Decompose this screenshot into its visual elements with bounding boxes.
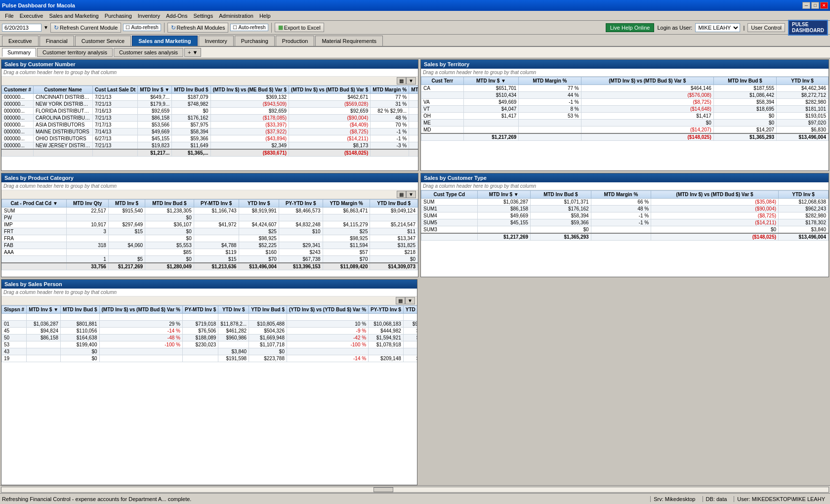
col-sp-ytd-bud[interactable]: YTD Inv Bud $ (249, 306, 287, 314)
minimize-button[interactable]: ─ (802, 2, 810, 9)
table-row: 000000...FLORIDA DISTRIBUTOR...7/16/13$9… (2, 108, 418, 115)
col-mtd-qty[interactable]: MTD Inv Qty (67, 200, 109, 208)
col-sp-mtd[interactable]: MTD Inv $ ▼ (27, 306, 61, 314)
table-row: 50$86,158$164,638-48 %$188,089$960,986$1… (2, 335, 417, 341)
table-row: 000000...OHIO DISTRIBUTORS6/27/13$45,155… (2, 135, 418, 142)
subtab-summary[interactable]: Summary (2, 48, 36, 57)
col-ct-vs-bud[interactable]: (MTD Inv $) vs (MTD Bud $) Var $ (651, 191, 779, 199)
col-ct-bud[interactable]: MTD Inv Bud $ (531, 191, 591, 199)
hscrollbar[interactable] (0, 485, 830, 493)
panel3-table: Cat - Prod Cat Cd ▼ MTD Inv Qty MTD Inv … (1, 199, 418, 270)
menu-executive[interactable]: Executive (17, 12, 46, 20)
maximize-button[interactable]: □ (811, 2, 819, 9)
col-mtd-margin[interactable]: MTD Margin % (371, 86, 409, 94)
tab-financial[interactable]: Financial (40, 36, 74, 46)
panel5-table-wrapper[interactable]: Slspsn # MTD Inv $ ▼ MTD Inv Bud $ (MTD … (1, 305, 417, 362)
table-row: $510,43444 %($576,008)$1,086,442$8,272,7… (421, 92, 829, 99)
close-button[interactable]: ✕ (820, 2, 828, 9)
tab-inventory[interactable]: Inventory (199, 36, 234, 46)
col-ytd-margin3[interactable]: YTD Margin % (323, 200, 370, 208)
export-excel-button[interactable]: ▦ Export to Excel (275, 23, 324, 32)
subtab-sales[interactable]: Customer sales analysis (114, 48, 183, 57)
col-cat[interactable]: Cat - Prod Cat Cd ▼ (2, 200, 67, 208)
col-mtd-bud3[interactable]: MTD Inv Bud $ (145, 200, 194, 208)
col-sp-ytd-margin[interactable]: YTD Margin $ (403, 306, 417, 314)
col-py-ytd3[interactable]: PY-YTD Inv $ (279, 200, 323, 208)
menu-addons[interactable]: Add-Ons (163, 12, 190, 20)
col-ytd-bud3[interactable]: YTD Inv Bud $ (370, 200, 418, 208)
panel1-table-wrapper[interactable]: Customer # Customer Name Cust Last Sale … (1, 85, 418, 157)
col-t-bud[interactable]: MTD Inv Bud $ (713, 77, 776, 85)
col-ct-margin[interactable]: MTD Margin % (591, 191, 651, 199)
menu-sales[interactable]: Sales and Marketing (46, 12, 101, 20)
col-ytd-inv3[interactable]: YTD Inv $ (239, 200, 279, 208)
auto-refresh-2-checkbox[interactable]: ☐ Auto-refresh (230, 24, 268, 31)
subtab-territory[interactable]: Customer territory analysis (37, 48, 113, 57)
table-row: SUM3$0$0$3,840 (421, 226, 829, 234)
panel1-drag-hint: Drag a column header here to group by th… (1, 69, 418, 77)
tab-sales-marketing[interactable]: Sales and Marketing (132, 36, 197, 46)
tab-material-req[interactable]: Material Requirements (315, 36, 383, 46)
panel2-table-wrapper[interactable]: Cust Terr MTD Inv $ ▼ MTD Margin % (MTD … (421, 77, 829, 141)
live-help-button[interactable]: Live Help Online (606, 23, 655, 32)
panel3-grid-btn[interactable]: ▦ (397, 191, 406, 198)
right-spacer (418, 278, 830, 486)
col-ct-mtd[interactable]: MTD Inv $ ▼ (477, 191, 531, 199)
panel5-dropdown-btn[interactable]: ▼ (405, 297, 415, 304)
menu-administration[interactable]: Administration (216, 12, 256, 20)
col-last-sale[interactable]: Cust Last Sale Dt (93, 86, 138, 94)
panel1-dropdown-btn[interactable]: ▼ (406, 77, 416, 84)
menu-settings[interactable]: Settings (190, 12, 216, 20)
panel-customer-type: Sales by Customer Type Drag a column hea… (420, 173, 829, 277)
panel-customer-number-header: Sales by Customer Number (1, 60, 418, 69)
col-sp-bud[interactable]: MTD Inv Bud $ (61, 306, 99, 314)
panel3-dropdown-btn[interactable]: ▼ (406, 191, 416, 198)
tab-purchasing[interactable]: Purchasing (235, 36, 275, 46)
col-mtd-inv[interactable]: MTD Inv $ ▼ (138, 86, 172, 94)
col-cust-num[interactable]: Customer # (2, 86, 34, 94)
col-t-mtd-inv[interactable]: MTD Inv $ ▼ (463, 77, 519, 85)
col-sp-vs-bud[interactable]: (MTD Inv $) vs (MTD Bud $) Var % (99, 306, 182, 314)
col-t-ytd[interactable]: YTD Inv $ (777, 77, 829, 85)
tab-executive[interactable]: Executive (2, 36, 39, 46)
col-terr[interactable]: Cust Terr (421, 77, 464, 85)
user-control-button[interactable]: User Control (747, 23, 785, 32)
col-ct-ytd[interactable]: YTD Inv $ (779, 191, 829, 199)
col-py-mtd[interactable]: PY-MTD Inv $ (194, 200, 239, 208)
col-sp-py-ytd[interactable]: PY-YTD Inv $ (369, 306, 404, 314)
user-select[interactable]: MIKE LEAHY (695, 23, 740, 32)
col-mtd-vs-mtd[interactable]: (MTD Inv $) vs (MTD Bud $) Var $ (289, 86, 371, 94)
menu-file[interactable]: File (2, 12, 17, 20)
col-cust-name[interactable]: Customer Name (34, 86, 93, 94)
col-sp-py-mtd[interactable]: PY-MTD Inv $ (182, 306, 218, 314)
col-mtd-inv2[interactable]: MTD Inv $ (409, 86, 418, 94)
table-row: 1$5$0$15$70$67,738$70$0 (2, 256, 418, 263)
auto-refresh-1-checkbox[interactable]: ☐ Auto-refresh (123, 24, 161, 31)
col-sp-ytd-vs-bud[interactable]: (YTD Inv $) vs (YTD Bud $) Var % (287, 306, 368, 314)
panel3-table-wrapper[interactable]: Cat - Prod Cat Cd ▼ MTD Inv Qty MTD Inv … (1, 199, 418, 270)
col-ct-code[interactable]: Cust Type Cd (421, 191, 478, 199)
col-slspsn[interactable]: Slspsn # (2, 306, 27, 314)
col-sp-ytd[interactable]: YTD Inv $ (218, 306, 249, 314)
col-mtd-vs-me[interactable]: (MTD Inv $) vs (ME Bud $) Var $ (210, 86, 289, 94)
menu-inventory[interactable]: Inventory (135, 12, 163, 20)
menu-purchasing[interactable]: Purchasing (102, 12, 135, 20)
add-tab-button[interactable]: + ▼ (184, 48, 201, 57)
col-mtd-inv3[interactable]: MTD Inv $ (108, 200, 145, 208)
panel5-grid-btn[interactable]: ▦ (396, 297, 405, 304)
tab-customer-service[interactable]: Customer Service (75, 36, 131, 46)
table-row: VT$4,0478 %($14,648)$18,695$181,101 (421, 106, 829, 113)
panel-territory: Sales by Territory Drag a column header … (420, 59, 829, 171)
col-t-margin[interactable]: MTD Margin % (519, 77, 581, 85)
tab-production[interactable]: Production (276, 36, 315, 46)
col-mtd-bud[interactable]: MTD Inv Bud $ (172, 86, 210, 94)
table-row: ME$0$0$97,020 (421, 120, 829, 126)
refresh-all-button[interactable]: ↻ Refresh All Modules (167, 23, 229, 33)
date-picker[interactable] (2, 24, 42, 32)
refresh-current-button[interactable]: ↻ Refresh Current Module (50, 23, 121, 33)
panel1-grid-btn[interactable]: ▦ (397, 77, 406, 84)
login-label: Login as User: (657, 25, 692, 31)
menu-help[interactable]: Help (256, 12, 274, 20)
panel4-table-wrapper[interactable]: Cust Type Cd MTD Inv $ ▼ MTD Inv Bud $ M… (421, 190, 829, 241)
col-t-vs-bud[interactable]: (MTD Inv $) vs (MTD Bud $) Var $ (581, 77, 713, 85)
